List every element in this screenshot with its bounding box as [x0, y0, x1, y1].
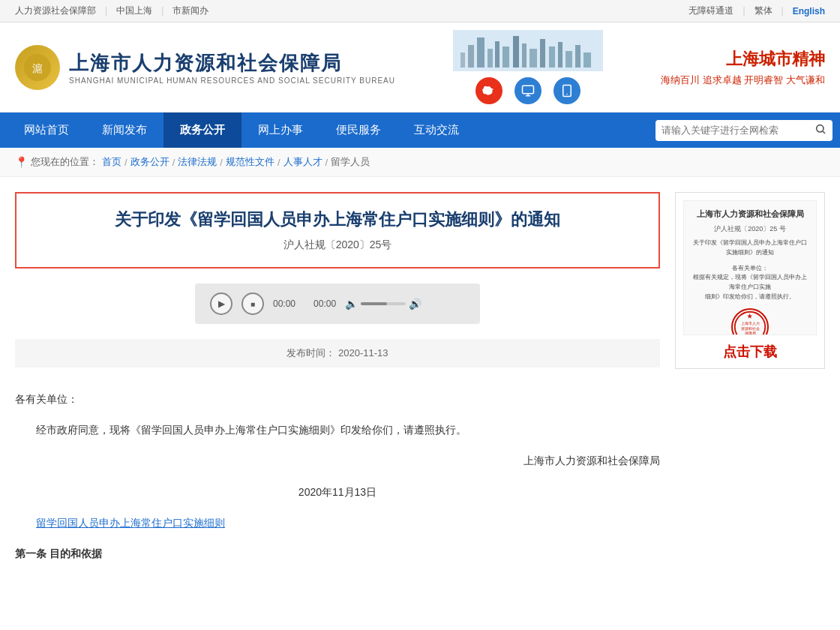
- sidebar-doc-title: 关于印发《留学回国人员申办上海常住户口 实施细则》的通知: [693, 238, 807, 258]
- svg-rect-5: [477, 38, 484, 68]
- svg-text:保障局: 保障局: [745, 331, 756, 335]
- article-title: 关于印发《留学回国人员申办上海常住户口实施细则》的通知: [32, 208, 644, 231]
- nav-news[interactable]: 新闻发布: [86, 112, 164, 148]
- site-title: 上海市人力资源和社会保障局: [69, 50, 395, 76]
- breadcrumb: 📍 您现在的位置： 首页 / 政务公开 / 法律法规 / 规范性文件 / 人事人…: [0, 148, 840, 177]
- top-bar: 人力资源社会保障部 中国上海 市新闻办 无障碍通道 繁体 English: [0, 0, 840, 22]
- svg-rect-15: [566, 51, 572, 68]
- svg-marker-27: [747, 314, 752, 319]
- search-box: [656, 120, 832, 141]
- volume-low-icon: 🔈: [345, 298, 358, 310]
- topbar-link-shanghai[interactable]: 中国上海: [116, 4, 164, 17]
- topbar-accessibility[interactable]: 无障碍通道: [688, 4, 745, 17]
- social-icons: [476, 77, 580, 104]
- volume-fill: [361, 302, 387, 305]
- svg-rect-6: [488, 49, 493, 68]
- nav-home[interactable]: 网站首页: [8, 112, 86, 148]
- sidebar-doc-number: 沪人社规〔2020〕25 号: [714, 224, 786, 234]
- svg-rect-18: [523, 86, 534, 94]
- header-center: [453, 30, 603, 104]
- svg-rect-9: [513, 36, 519, 68]
- volume-bar[interactable]: [361, 302, 406, 305]
- download-link[interactable]: 点击下载: [683, 343, 817, 361]
- nav-interact[interactable]: 互动交流: [398, 112, 476, 148]
- header: 滬 上海市人力资源和社会保障局 SHANGHAI MUNICIPAL HUMAN…: [0, 22, 840, 112]
- header-right: 上海城市精神 海纳百川 追求卓越 开明睿智 大气谦和: [661, 48, 825, 87]
- title-box: 关于印发《留学回国人员申办上海常住户口实施细则》的通知 沪人社规〔2020〕25…: [15, 192, 660, 268]
- main-content: 关于印发《留学回国人员申办上海常住户口实施细则》的通知 沪人社规〔2020〕25…: [15, 192, 660, 577]
- svg-rect-7: [495, 41, 500, 68]
- audio-time-current: 00:00: [273, 298, 296, 309]
- svg-rect-14: [558, 42, 562, 68]
- nav-service[interactable]: 便民服务: [320, 112, 398, 148]
- top-bar-right: 无障碍通道 繁体 English: [688, 4, 825, 17]
- topbar-traditional[interactable]: 繁体: [754, 4, 784, 17]
- publish-time: 发布时间： 2020-11-13: [15, 339, 660, 368]
- topbar-link-hrss[interactable]: 人力资源社会保障部: [15, 4, 107, 17]
- search-input[interactable]: [662, 124, 812, 136]
- svg-rect-3: [460, 52, 465, 68]
- sidebar-doc-preview: 上海市人力资源和社会保障局 沪人社规〔2020〕25 号 关于印发《留学回国人员…: [683, 200, 817, 335]
- logo-icon: 滬: [15, 45, 60, 90]
- spirit-subtitle: 海纳百川 追求卓越 开明睿智 大气谦和: [661, 74, 825, 87]
- article-signature: 上海市人力资源和社会保障局: [15, 452, 660, 470]
- article-body-text: 经市政府同意，现将《留学回国人员申办上海常住户口实施细则》印发给你们，请遵照执行…: [15, 421, 660, 440]
- breadcrumb-home[interactable]: 首页: [102, 155, 122, 169]
- pc-icon[interactable]: [514, 77, 542, 104]
- svg-text:资源和社会: 资源和社会: [741, 326, 760, 330]
- breadcrumb-label: 您现在的位置：: [31, 155, 99, 169]
- spirit-title: 上海城市精神: [661, 48, 825, 70]
- svg-rect-4: [468, 45, 474, 68]
- svg-text:滬: 滬: [32, 63, 43, 74]
- article-greeting: 各有关单位：: [15, 390, 660, 409]
- top-bar-left: 人力资源社会保障部 中国上海 市新闻办: [15, 4, 208, 17]
- article-section-title: 第一条 目的和依据: [15, 544, 660, 563]
- main-nav: 网站首页 新闻发布 政务公开 网上办事 便民服务 互动交流: [0, 112, 840, 148]
- sidebar-doc[interactable]: 上海市人力资源和社会保障局 沪人社规〔2020〕25 号 关于印发《留学回国人员…: [675, 192, 825, 369]
- article-body: 各有关单位： 经市政府同意，现将《留学回国人员申办上海常住户口实施细则》印发给你…: [15, 382, 660, 577]
- breadcrumb-law[interactable]: 法律法规: [178, 155, 217, 169]
- audio-volume-control[interactable]: 🔈 🔊: [345, 298, 422, 310]
- header-left: 滬 上海市人力资源和社会保障局 SHANGHAI MUNICIPAL HUMAN…: [15, 45, 395, 90]
- sidebar: 上海市人力资源和社会保障局 沪人社规〔2020〕25 号 关于印发《留学回国人员…: [675, 192, 825, 577]
- city-image: [453, 30, 603, 71]
- topbar-link-news[interactable]: 市新闻办: [172, 4, 208, 17]
- svg-rect-16: [575, 45, 580, 68]
- topbar-english[interactable]: English: [793, 6, 825, 16]
- nav-online[interactable]: 网上办事: [242, 112, 320, 148]
- audio-time-total: 00:00: [314, 298, 336, 309]
- site-subtitle: SHANGHAI MUNICIPAL HUMAN RESOURCES AND S…: [69, 76, 395, 85]
- weibo-icon[interactable]: [476, 77, 502, 104]
- sidebar-doc-body: 各有关单位： 根据有关规定，现将《留学回国人员申办上海常住户口实施 细则》印发给…: [692, 264, 808, 302]
- search-button[interactable]: [814, 123, 826, 138]
- article-date: 2020年11月13日: [15, 483, 660, 502]
- svg-line-22: [823, 131, 825, 134]
- svg-rect-12: [540, 39, 545, 68]
- location-icon: 📍: [15, 156, 28, 168]
- svg-text:上海市人力: 上海市人力: [741, 321, 760, 326]
- breadcrumb-talent[interactable]: 人事人才: [284, 155, 322, 169]
- svg-point-21: [817, 124, 824, 131]
- audio-player: ▶ ■ 00:00 00:00 🔈 🔊: [195, 284, 480, 324]
- content-wrapper: 关于印发《留学回国人员申办上海常住户口实施细则》的通知 沪人社规〔2020〕25…: [0, 177, 840, 592]
- svg-rect-17: [584, 52, 591, 68]
- sidebar-doc-stamp: 上海市人力 资源和社会 保障局: [731, 308, 769, 335]
- svg-rect-8: [502, 46, 509, 68]
- doc-number: 沪人社规〔2020〕25号: [32, 238, 644, 252]
- nav-gov[interactable]: 政务公开: [164, 112, 242, 148]
- breadcrumb-gov[interactable]: 政务公开: [130, 155, 170, 169]
- audio-play-button[interactable]: ▶: [210, 292, 232, 315]
- svg-rect-11: [530, 49, 537, 68]
- breadcrumb-normative[interactable]: 规范性文件: [226, 155, 274, 169]
- mobile-icon[interactable]: [554, 77, 580, 104]
- svg-rect-10: [522, 44, 526, 68]
- breadcrumb-current: 留学人员: [331, 155, 370, 169]
- article-link[interactable]: 留学回国人员申办上海常住户口实施细则: [15, 514, 660, 532]
- publish-time-label: 发布时间：: [286, 347, 335, 358]
- logo-text: 上海市人力资源和社会保障局 SHANGHAI MUNICIPAL HUMAN R…: [69, 50, 395, 85]
- audio-stop-button[interactable]: ■: [242, 292, 264, 315]
- svg-point-20: [566, 94, 568, 95]
- publish-time-value: 2020-11-13: [338, 347, 388, 358]
- sidebar-doc-header: 上海市人力资源和社会保障局: [697, 208, 804, 220]
- volume-high-icon: 🔊: [409, 298, 422, 310]
